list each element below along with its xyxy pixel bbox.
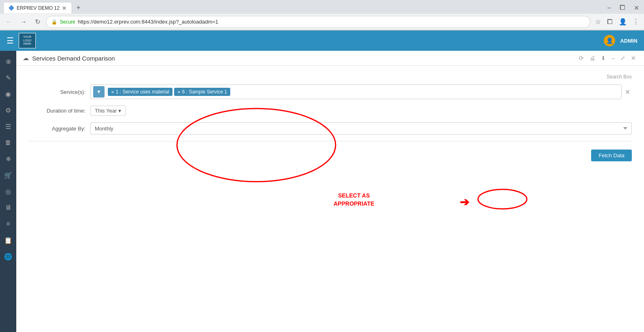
- duration-label: Duration of time:: [28, 108, 85, 114]
- sidebar-item-12[interactable]: 📋: [1, 233, 15, 247]
- tab-favicon: [9, 5, 14, 11]
- new-tab-button[interactable]: +: [74, 4, 83, 12]
- tab-close-button[interactable]: ✕: [62, 5, 67, 11]
- search-box-link[interactable]: Search Box: [607, 74, 632, 80]
- reload-button[interactable]: ↻: [33, 17, 43, 26]
- close-browser-button[interactable]: ✕: [632, 3, 641, 13]
- services-clear-button[interactable]: ✕: [623, 87, 632, 97]
- sidebar-item-7[interactable]: ❄: [1, 152, 15, 166]
- duration-value: This Year: [95, 108, 117, 114]
- address-bar[interactable]: 🔒 Secure https://demo12.erprev.com:8443/…: [46, 16, 590, 28]
- service-tag-1[interactable]: × 1 : Service uses material: [108, 88, 172, 96]
- service-tag-1-label: 1 : Service uses material: [116, 89, 169, 95]
- service-tag-2-label: 6 : Sample Service 1: [182, 89, 227, 95]
- duration-chevron-icon: ▾: [118, 108, 121, 114]
- sidebar-item-13[interactable]: 🌐: [1, 249, 15, 264]
- aggregate-row: Aggregate By: Monthly Weekly Daily Yearl…: [28, 122, 632, 135]
- sidebar-item-8[interactable]: 🛒: [1, 168, 15, 182]
- services-tags-container[interactable]: ▼ × 1 : Service uses material × 6 : Samp…: [90, 85, 622, 99]
- sidebar-item-11[interactable]: ≡: [1, 217, 15, 231]
- browser-tab[interactable]: ERPREV DEMO 12 ✕: [3, 2, 72, 13]
- form-area: Search Box Service(s): ▼ × 1 : Service u…: [16, 66, 644, 169]
- annotation-arrow: ➔: [460, 195, 469, 209]
- close-panel-button[interactable]: ✕: [629, 54, 637, 62]
- hamburger-menu[interactable]: ☰: [7, 36, 14, 46]
- sidebar-item-4[interactable]: ⚙: [1, 103, 15, 117]
- svg-point-1: [478, 189, 527, 209]
- sidebar-item-9[interactable]: ◎: [1, 184, 15, 199]
- admin-label: ADMIN: [620, 38, 637, 44]
- service-tag-2[interactable]: × 6 : Sample Service 1: [174, 88, 230, 96]
- top-navbar: ☰ YOUR LOGO HERE 👤 ADMIN: [0, 30, 644, 51]
- minimize-button[interactable]: –: [606, 3, 613, 12]
- duration-row: Duration of time: This Year ▾: [28, 106, 632, 116]
- expand-button[interactable]: ⤢: [619, 54, 627, 62]
- sidebar-item-5[interactable]: ☰: [1, 119, 15, 134]
- services-dropdown-button[interactable]: ▼: [93, 86, 105, 98]
- aggregate-control: Monthly Weekly Daily Yearly: [90, 122, 632, 135]
- download-button[interactable]: ⬇: [599, 54, 607, 62]
- services-control: ▼ × 1 : Service uses material × 6 : Samp…: [90, 85, 632, 99]
- aggregate-label: Aggregate By:: [28, 126, 85, 132]
- services-label: Service(s):: [28, 89, 85, 95]
- duration-button[interactable]: This Year ▾: [90, 106, 126, 116]
- sidebar-item-10[interactable]: 🖥: [1, 200, 15, 215]
- sidebar-item-3[interactable]: ◉: [1, 87, 15, 101]
- sidebar-item-6[interactable]: 🗑: [1, 135, 15, 150]
- forward-button[interactable]: →: [18, 17, 29, 26]
- page-header: ☁ Services Demand Comparison ⟳ 🖨 ⬇ – ⤢ ✕: [16, 51, 644, 66]
- services-row: Service(s): ▼ × 1 : Service uses materia…: [28, 85, 632, 99]
- annotation-line1: SELECT AS: [338, 192, 370, 199]
- fetch-data-button[interactable]: Fetch Data: [591, 150, 632, 161]
- annotation-line2: APPROPRIATE: [334, 200, 374, 207]
- annotation-fetch-circle: [476, 188, 529, 210]
- page-title-icon: ☁: [23, 54, 29, 62]
- menu-button[interactable]: ⋮: [631, 17, 641, 26]
- print-button[interactable]: 🖨: [588, 54, 597, 62]
- secure-label: Secure: [60, 19, 75, 25]
- secure-icon: 🔒: [51, 19, 57, 25]
- profile-button[interactable]: 👤: [617, 17, 629, 26]
- maximize-button[interactable]: ⧠: [618, 3, 627, 12]
- admin-avatar: 👤: [604, 35, 615, 46]
- aggregate-select[interactable]: Monthly Weekly Daily Yearly: [90, 122, 632, 135]
- extensions-button[interactable]: ⧠: [605, 17, 615, 26]
- address-text: https://demo12.erprev.com:8443/index.jsp…: [78, 19, 585, 25]
- minimize-panel-button[interactable]: –: [610, 54, 616, 62]
- logo: YOUR LOGO HERE: [19, 33, 36, 48]
- bookmark-star-button[interactable]: ☆: [594, 17, 603, 26]
- page-title: Services Demand Comparison: [32, 55, 115, 62]
- form-divider: [28, 141, 632, 141]
- tab-title: ERPREV DEMO 12: [17, 5, 59, 11]
- service-tag-2-remove[interactable]: ×: [177, 89, 181, 95]
- service-tag-1-remove[interactable]: ×: [111, 89, 114, 95]
- annotation-label: SELECT AS APPROPRIATE: [334, 192, 374, 208]
- sidebar-item-2[interactable]: ✎: [1, 70, 15, 85]
- back-button[interactable]: ←: [3, 17, 15, 26]
- page-content: ☁ Services Demand Comparison ⟳ 🖨 ⬇ – ⤢ ✕: [16, 51, 644, 332]
- sidebar-item-1[interactable]: ⊕: [1, 54, 15, 69]
- refresh-button[interactable]: ⟳: [577, 54, 585, 62]
- duration-control: This Year ▾: [90, 106, 632, 116]
- sidebar: ⊕ ✎ ◉ ⚙ ☰ 🗑 ❄ 🛒 ◎ 🖥 ≡ 📋 🌐: [0, 51, 16, 332]
